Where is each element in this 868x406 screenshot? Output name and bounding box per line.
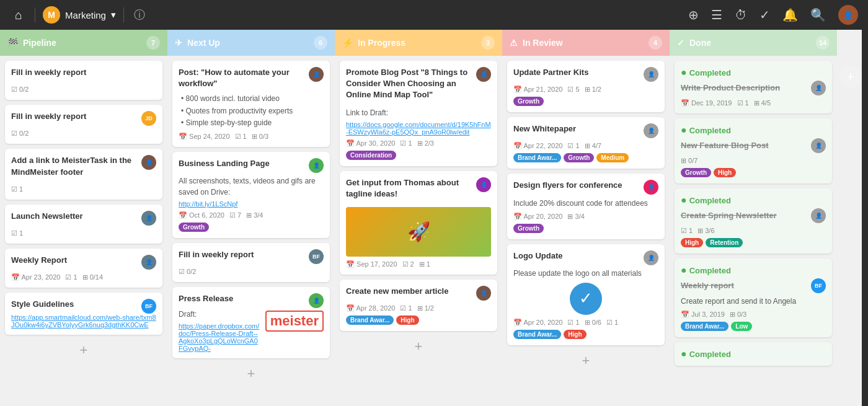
divider2	[123, 7, 124, 22]
inprogress-header: ⚡ In Progress 3	[335, 30, 502, 56]
checkmark-icon[interactable]: ✓	[760, 7, 770, 22]
brand[interactable]: M Marketing ▾	[43, 6, 116, 24]
tag-brand: Brand Awar...	[346, 316, 394, 325]
date-meta: 📅 Apr 28, 2020	[346, 304, 395, 312]
pipeline-card-1[interactable]: Fill in weekly report ☑ 0/2	[5, 61, 162, 100]
card-link[interactable]: http://bit.ly/1LScNpf	[179, 200, 324, 208]
attach-meta: ⊞ 1/2	[417, 304, 434, 312]
check-meta: ☑ 1	[235, 133, 247, 141]
search-icon[interactable]: 🔍	[810, 7, 826, 22]
check-circle-icon: ●	[681, 348, 687, 360]
card-title: Fill in weekly report	[11, 111, 86, 122]
nextup-card-2[interactable]: Business Landing Page 👤 All screenshots,…	[172, 152, 330, 238]
done-card-1[interactable]: ● Completed Write Product Description 👤 …	[675, 61, 832, 113]
inreview-card-4[interactable]: Logo Update 👤 Please update the logo on …	[507, 244, 665, 345]
tag-brand: Brand Awar...	[681, 322, 728, 331]
inprogress-card-1[interactable]: Promote Blog Post "8 Things to Consider …	[340, 61, 497, 166]
pipeline-card-2[interactable]: Fill in weekly report JD ☑ 0/2	[5, 105, 162, 144]
attach-meta: ⊞ 3/4	[246, 211, 263, 219]
add-pipeline-card[interactable]: +	[5, 340, 162, 361]
inprogress-card-2[interactable]: Get input from Thomas about tagline idea…	[340, 171, 497, 275]
completed-label: ● Completed	[681, 195, 826, 206]
brand-icon: M	[43, 6, 60, 24]
add-column-button[interactable]: +	[839, 66, 862, 88]
tag-growth: Growth	[513, 224, 544, 233]
card-avatar: 👤	[476, 286, 491, 301]
pipeline-card-6[interactable]: Style Guidelines BF https://app.smartmai…	[5, 293, 162, 335]
done-cards: ● Completed Write Product Description 👤 …	[670, 56, 837, 406]
card-tags: Growth High	[681, 168, 826, 177]
check-meta: ☑ 1	[567, 142, 579, 150]
card-tags: Brand Awar... High	[346, 316, 491, 325]
inprogress-card-3[interactable]: Create new member article 👤 📅 Apr 28, 20…	[340, 280, 497, 331]
card-title: Logo Update	[513, 250, 562, 262]
nextup-card-3[interactable]: Fill in weekly report BF ☑ 0/2	[172, 243, 330, 282]
add-nextup-card[interactable]: +	[172, 363, 330, 384]
add-icon[interactable]: ⊕	[688, 7, 699, 22]
card-link[interactable]: https://app.smartmailcloud.com/web-share…	[11, 314, 156, 329]
card-link[interactable]: https://docs.google.com/document/d/19K5h…	[346, 121, 491, 136]
nextup-card-4[interactable]: Press Release Draft: https://paper.dropb…	[172, 287, 330, 358]
card-tags: Brand Awar... Growth Medium	[513, 153, 658, 162]
card-content: Press Release Draft: https://paper.dropb…	[179, 293, 262, 351]
card-title: Fill in weekly report	[11, 67, 86, 78]
info-icon[interactable]: ⓘ	[134, 7, 145, 22]
date-meta: 📅 Apr 20, 2020	[513, 213, 562, 221]
column-done: ✓ Done 14 ● Completed Write Product Desc…	[670, 30, 837, 406]
done-card-4[interactable]: ● Completed Weekly report BF Create repo…	[675, 258, 832, 337]
card-meta: 📅 Apr 28, 2020 ☑ 1 ⊞ 1/2	[346, 304, 491, 312]
card-avatar: 👤	[141, 155, 156, 170]
column-nextup: ✈ Next Up 6 Post: "How to automate your …	[167, 30, 335, 406]
pipeline-card-5[interactable]: Weekly Report 👤 📅 Apr 23, 2020 ☑ 1 ⊞ 0/1…	[5, 249, 162, 288]
card-title: Update Partner Kits	[513, 67, 588, 78]
filter-icon[interactable]: ☰	[711, 7, 722, 22]
inreview-label: In Review	[523, 38, 563, 48]
inreview-card-3[interactable]: Design flyers for conference 👤 Include 2…	[507, 174, 665, 239]
column-pipeline: 🏁 Pipeline 7 Fill in weekly report ☑ 0/2…	[0, 30, 167, 406]
card-title: Launch Newsletter	[11, 211, 83, 222]
card-link[interactable]: https://paper.dropbox.com/doc/Press-Rele…	[179, 322, 262, 352]
done-card-5[interactable]: ● Completed	[675, 342, 832, 366]
dropdown-icon[interactable]: ▾	[111, 9, 116, 20]
card-title: Press Release	[179, 293, 262, 304]
card-meta: ☑ 0/2	[11, 130, 156, 138]
card-meta: 📅 Jul 3, 2019 ⊞ 0/3	[681, 311, 826, 319]
card-title: New Whitepaper	[513, 123, 576, 135]
inreview-card-2[interactable]: New Whitepaper 👤 📅 Apr 22, 2020 ☑ 1 ⊞ 4/…	[507, 117, 665, 169]
done-card-3[interactable]: ● Completed Create Spring Newsletter 👤 ☑…	[675, 188, 832, 254]
column-inprogress: ⚡ In Progress 3 Promote Blog Post "8 Thi…	[335, 30, 502, 406]
done-card-2[interactable]: ● Completed New Feature Blog Post 👤 ⊞ 0/…	[675, 118, 832, 183]
add-inprogress-card[interactable]: +	[340, 336, 497, 357]
tag-low: Low	[731, 322, 752, 331]
attach-meta: ⊞ 2/3	[417, 139, 434, 148]
check-meta: ☑ 1	[400, 139, 412, 148]
pipeline-count: 7	[146, 36, 160, 50]
date-meta: 📅 Apr 21, 2020	[513, 86, 562, 94]
check-meta: ☑ 0/2	[179, 268, 196, 276]
brand-name: Marketing	[65, 10, 106, 20]
completed-label: ● Completed	[681, 348, 826, 360]
card-meta: 📅 Apr 21, 2020 ☑ 5 ⊞ 1/2	[513, 86, 658, 94]
add-inreview-card[interactable]: +	[507, 350, 665, 371]
pipeline-cards: Fill in weekly report ☑ 0/2 Fill in week…	[0, 56, 167, 406]
nextup-card-1[interactable]: Post: "How to automate your workflow" 👤 …	[172, 61, 330, 147]
card-meta: ☑ 1	[11, 185, 156, 193]
card-meta: 📅 Apr 23, 2020 ☑ 1 ⊞ 0/14	[11, 273, 156, 281]
user-avatar[interactable]: 👤	[838, 5, 858, 25]
home-icon[interactable]: ⌂	[10, 6, 27, 25]
pipeline-card-3[interactable]: Add a link to MeisterTask in the MindMei…	[5, 149, 162, 199]
card-title: Create new member article	[346, 286, 448, 297]
nextup-cards: Post: "How to automate your workflow" 👤 …	[167, 56, 335, 406]
inreview-card-1[interactable]: Update Partner Kits 👤 📅 Apr 21, 2020 ☑ 5…	[507, 61, 665, 112]
card-tags: Growth	[513, 97, 658, 106]
card-avatar: 👤	[644, 250, 658, 265]
card-title: Promote Blog Post "8 Things to Consider …	[346, 67, 472, 101]
card-title: Design flyers for conference	[513, 180, 622, 191]
extra-meta: ☑ 1	[606, 319, 618, 327]
clock-icon[interactable]: ⏱	[735, 8, 747, 22]
pipeline-card-4[interactable]: Launch Newsletter 👤 ☑ 1	[5, 205, 162, 244]
card-avatar: 👤	[476, 177, 491, 192]
date-meta: 📅 Apr 30, 2020	[346, 139, 395, 148]
bell-icon[interactable]: 🔔	[782, 7, 798, 22]
card-right: 👤 meister	[265, 293, 324, 332]
